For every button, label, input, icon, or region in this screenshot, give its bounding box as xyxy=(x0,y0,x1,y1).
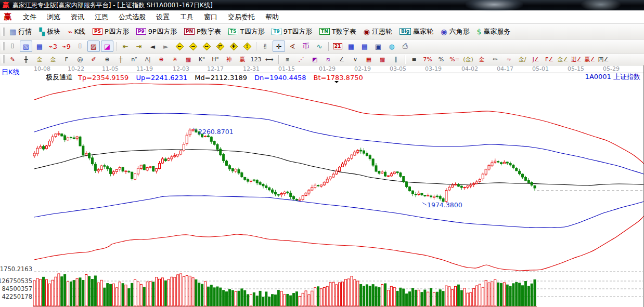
fan-tool[interactable]: ⋰ xyxy=(295,55,307,64)
scale-ladder-tool[interactable]: ≡ xyxy=(408,55,420,64)
t-number-table-button[interactable]: TNT数字表 xyxy=(316,26,359,37)
angle-line-button[interactable]: ∢ xyxy=(286,41,299,52)
gann-circle-tool[interactable]: ⊕ xyxy=(101,55,113,64)
fit-view-button[interactable]: ↕ xyxy=(241,41,253,52)
kline-button[interactable]: ⌁K线 xyxy=(65,26,88,37)
calculator-button[interactable]: ▦ xyxy=(345,41,357,52)
n-square-tool[interactable]: n² xyxy=(128,55,140,64)
menu-item-gann[interactable]: 江恩 xyxy=(89,12,113,22)
gann-grid-tool[interactable]: ╫ xyxy=(20,55,32,64)
angle-a-tool[interactable]: A| xyxy=(141,55,154,64)
prev-bar-button[interactable]: ◄ xyxy=(146,41,159,52)
gold-angle-tool[interactable]: 金∠ xyxy=(557,55,569,64)
quotes-button[interactable]: ▦行情 xyxy=(6,26,35,37)
j-angle-tool[interactable]: J∠ xyxy=(530,55,542,64)
calendar-button[interactable]: 21 xyxy=(331,41,344,52)
k-count-tool[interactable]: K" xyxy=(196,55,208,64)
jin-angle-tool[interactable]: 进∠ xyxy=(570,55,583,64)
9t-square-button[interactable]: T99T四方形 xyxy=(268,26,315,37)
title-bar[interactable]: 赢 赢家江恩专业版[赢家内部服务平台] - [上证指数 SH1A0001-167… xyxy=(0,0,644,10)
menu-item-browse[interactable]: 浏览 xyxy=(42,12,66,22)
t-square-button[interactable]: TST四方形 xyxy=(225,26,268,37)
brush-lines-tool[interactable]: ✐ xyxy=(87,55,100,64)
percent-tool[interactable]: % xyxy=(435,55,447,64)
grid3-button[interactable]: ⌁3 xyxy=(47,41,59,52)
percent-lines-tool[interactable]: %= xyxy=(448,55,461,64)
crosshair-icon: ✛ xyxy=(276,43,282,50)
vee-wave-tool[interactable]: ∨ xyxy=(349,55,362,64)
box-tool[interactable]: ⧈ xyxy=(281,55,294,64)
gann-wheel-box-tool[interactable]: ▩ xyxy=(182,55,195,64)
pattern-button[interactable]: ▨ xyxy=(87,41,100,52)
sectors-button[interactable]: ▚板块 xyxy=(36,26,63,37)
angle-lines-tool[interactable]: ∠ xyxy=(336,55,348,64)
menu-item-formula-stock-pick[interactable]: 公式选股 xyxy=(113,12,151,22)
brush-k-tool[interactable]: ✏ xyxy=(489,55,501,64)
save-button[interactable]: ▣ xyxy=(372,41,384,52)
gann-wheel-tool[interactable]: ✳ xyxy=(169,55,181,64)
h-count-tool[interactable]: H" xyxy=(209,55,222,64)
grid-red-tool[interactable]: ▦ xyxy=(363,55,375,64)
pan-right-button[interactable]: → xyxy=(187,41,199,52)
ying-angle-tool[interactable]: 赢∠ xyxy=(584,55,596,64)
parallel-lines-tool[interactable]: ∥ xyxy=(390,55,402,64)
fib-f-tool[interactable]: F xyxy=(60,55,73,64)
gold-circle2-tool[interactable]: (金) xyxy=(462,55,474,64)
golden-circle-tool[interactable]: ⊕ xyxy=(155,55,168,64)
overview-button[interactable]: ▧ xyxy=(20,41,32,52)
line-bundle-tool[interactable]: ╪ xyxy=(114,55,127,64)
info-button[interactable]: ▤ xyxy=(33,41,46,52)
menu-item-settings[interactable]: 设置 xyxy=(151,12,175,22)
menu-item-help[interactable]: 帮助 xyxy=(260,12,284,22)
shen-tool[interactable]: 神 xyxy=(223,55,235,64)
si-angle-tool[interactable]: 四∠ xyxy=(597,55,610,64)
menu-item-window[interactable]: 窗口 xyxy=(199,12,223,22)
hand-tool-button[interactable]: ✌ xyxy=(259,41,272,52)
pan-left-button[interactable]: ← xyxy=(173,41,186,52)
chart-canvas[interactable]: 10-0810-2211-0511-1912-0312-1712-3101-15… xyxy=(0,65,644,307)
winner-wheel-button[interactable]: Big赢家轮 xyxy=(396,26,436,37)
grid9-button[interactable]: ⌁9 xyxy=(60,41,73,52)
menu-item-file[interactable]: 文件 xyxy=(18,12,42,22)
notes-button[interactable]: ▤ xyxy=(358,41,371,52)
p-square-button[interactable]: PSP四方形 xyxy=(89,26,132,37)
gold-channel-tool[interactable]: 金 xyxy=(47,55,59,64)
p-number-table-button[interactable]: PNP数字表 xyxy=(181,26,224,37)
ying-tool[interactable]: 赢 xyxy=(236,55,249,64)
menu-item-trade-order[interactable]: 交易委托 xyxy=(223,12,260,22)
last-bar-button[interactable]: ⇥ xyxy=(133,41,145,52)
network-button[interactable]: ◍ xyxy=(385,41,398,52)
wave-tool-button[interactable]: ∿ xyxy=(313,41,326,52)
print-button[interactable]: ⎙ xyxy=(399,41,411,52)
single-kline-button[interactable]: ⌷ xyxy=(74,41,86,52)
diag-box-tool[interactable]: ⧅ xyxy=(322,55,334,64)
gold-underline-tool[interactable]: 金 xyxy=(475,55,488,64)
pen-tool[interactable]: ✎ xyxy=(6,55,19,64)
next-bar-button[interactable]: ► xyxy=(160,41,172,52)
span-measure-tool[interactable]: ⟷ xyxy=(263,55,276,64)
waves-tool[interactable]: ≈ xyxy=(503,55,515,64)
menu-item-news[interactable]: 资讯 xyxy=(66,12,89,22)
spiral-tool[interactable]: @ xyxy=(74,55,86,64)
fan-box-tool[interactable]: ◩ xyxy=(308,55,321,64)
expand-h-button[interactable]: ↔ xyxy=(200,41,213,52)
compress-h-button[interactable]: ⇄ xyxy=(214,41,226,52)
kline-style-button[interactable]: ⌷ xyxy=(6,41,19,52)
f-angle-tool[interactable]: F∠ xyxy=(543,55,556,64)
volume-profile-button[interactable]: ◪ xyxy=(101,41,113,52)
9p-square-button[interactable]: P99P四方形 xyxy=(133,26,180,37)
first-bar-button[interactable]: ⇤ xyxy=(119,41,132,52)
gann-wheel-button[interactable]: ◉江恩轮 xyxy=(360,26,395,37)
winner-service-button[interactable]: $赢家服务 xyxy=(474,26,514,37)
ruler-123-tool[interactable]: 123 xyxy=(250,55,262,64)
grid-box-tool[interactable]: ▩ xyxy=(376,55,389,64)
chart-area[interactable]: 10-0810-2211-0511-1912-0312-1712-3101-15… xyxy=(0,65,644,307)
gold-slash-tool[interactable]: 金/ xyxy=(516,55,529,64)
hexagon-button[interactable]: ◉六角形 xyxy=(437,26,472,37)
menu-item-tools[interactable]: 工具 xyxy=(175,12,199,22)
zoom-all-button[interactable]: ✚ xyxy=(227,41,240,52)
gann-box-button[interactable]: 币 xyxy=(300,41,312,52)
crosshair-button[interactable]: ✛ xyxy=(273,41,285,52)
gold-section-tool[interactable]: 金 xyxy=(33,55,46,64)
seven-percent-tool[interactable]: 7% xyxy=(421,55,434,64)
